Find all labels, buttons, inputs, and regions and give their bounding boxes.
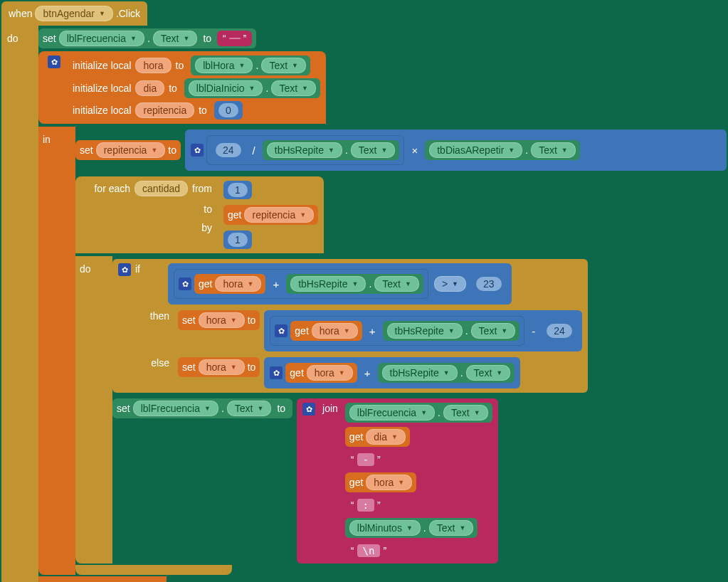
foreach-label: for each [94,183,130,194]
math-multiply-block[interactable]: ✿ 24 / tbHsRepite▼ . Text▼ × [185,129,727,171]
gear-icon[interactable]: ✿ [48,55,60,68]
if-block[interactable]: ✿ if ✿ get hora▼ [112,259,588,393]
click-suffix: .Click [116,8,140,19]
var-dia-init[interactable]: dia [135,80,164,96]
join-item-get-hora[interactable]: get hora▼ [345,472,416,492]
join-item-colon[interactable]: “ : ” [345,497,386,514]
event-when-block[interactable]: when btnAgendar▼ .Click [1,1,147,26]
gear-icon[interactable]: ✿ [270,366,283,379]
math-plus-cond[interactable]: ✿ get hora▼ + tbHsRepite▼ . [174,269,428,299]
do-label-2: do [80,263,91,275]
lblfrecuencia-dropdown[interactable]: lblFrecuencia▼ [59,31,144,46]
num-zero[interactable]: 0 [214,101,243,120]
tbhsrepite-text-4[interactable]: tbHsRepite▼ . Text▼ [378,363,515,383]
text-prop-dropdown[interactable]: Text▼ [153,31,198,46]
math-plus-else[interactable]: ✿ get hora▼ + tbHsRepite▼ . [264,357,520,388]
compare-gt-block[interactable]: ✿ get hora▼ + tbHsRepite▼ . [168,263,512,305]
set-hora-else[interactable]: set hora▼ to [178,357,260,377]
get-hora-3[interactable]: get hora▼ [285,363,357,383]
join-block[interactable]: ✿ join lblFrecuencia▼ . Text▼ [297,398,497,564]
var-repitencia-init[interactable]: repitencia [135,102,194,118]
when-label: when [9,8,32,19]
num-from-one[interactable]: 1 [223,181,252,199]
var-cantidad[interactable]: cantidad [134,181,188,196]
gear-icon[interactable]: ✿ [179,277,191,290]
set-hora-then[interactable]: set hora▼ to [178,310,260,330]
lbldiainicio-text-getter[interactable]: lblDiaInicio▼ . Text▼ [184,78,320,98]
in-label: in [43,134,51,145]
get-hora-2[interactable]: get hora▼ [290,321,362,341]
get-hora-1[interactable]: get hora▼ [194,274,265,294]
num-by-one[interactable]: 1 [223,231,252,249]
var-hora-init[interactable]: hora [135,58,171,73]
gt-dropdown[interactable]: >▼ [434,276,466,292]
tbdiasarepetir-text-getter[interactable]: tbDiasARepetir▼ . Text▼ [425,140,580,160]
lblhora-text-getter[interactable]: lblHora▼ . Text▼ [191,55,310,75]
math-divide-block[interactable]: 24 / tbHsRepite▼ . Text▼ [206,135,404,165]
math-plus-then[interactable]: ✿ get hora▼ + tbHsRepite▼ . [270,316,524,346]
join-item-newline[interactable]: “ \n ” [345,542,392,559]
tbhsrepite-text-2[interactable]: tbHsRepite▼ . Text▼ [286,274,423,294]
join-item-lblfrecuencia[interactable]: lblFrecuencia▼ . Text▼ [345,403,492,423]
join-item-get-dia[interactable]: get dia▼ [345,427,410,447]
gear-icon[interactable]: ✿ [302,403,315,416]
gear-icon[interactable]: ✿ [191,144,204,157]
join-item-lblminutos[interactable]: lblMinutos▼ . Text▼ [345,518,478,538]
component-dropdown[interactable]: btnAgendar▼ [35,6,112,21]
tbhsrepite-text-3[interactable]: tbHsRepite▼ . Text▼ [383,321,520,341]
set-lblfrecuencia-text[interactable]: set lblFrecuencia▼ . Text▼ to “ ” [38,28,256,48]
gear-icon[interactable]: ✿ [118,263,131,276]
empty-string-literal[interactable]: “ ” [217,31,252,46]
get-repitencia[interactable]: get repitencia▼ [223,205,318,225]
tbhsrepite-text-getter[interactable]: tbHsRepite▼ . Text▼ [263,140,400,160]
join-item-dash[interactable]: “ - ” [345,451,386,468]
set-lblfrecuencia-join[interactable]: set lblFrecuencia▼ . Text▼ to [112,398,292,418]
set-repitencia[interactable]: set repitencia▼ to [75,140,181,160]
math-minus-block[interactable]: ✿ get hora▼ + tbHsRepite▼ . [264,310,581,351]
gear-icon[interactable]: ✿ [275,324,287,337]
do-label: do [7,33,19,44]
